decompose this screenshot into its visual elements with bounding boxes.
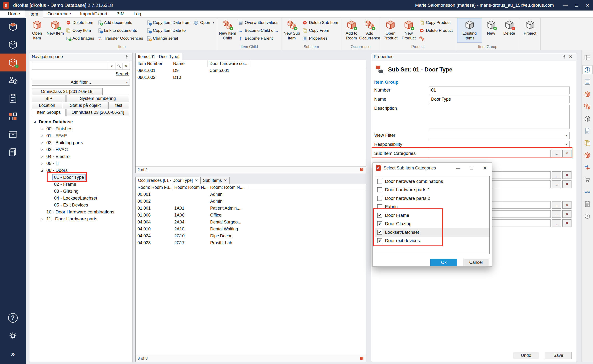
tree-item-demo-database[interactable]: ◢Demo Database: [29, 118, 132, 125]
open-web-button[interactable]: Open▾: [192, 19, 216, 26]
expander-icon[interactable]: ▷: [40, 141, 45, 144]
checkbox[interactable]: [377, 179, 382, 184]
filter-tab-test[interactable]: test: [108, 102, 129, 109]
column-header-item-number[interactable]: Item Number: [136, 60, 171, 67]
copy-item-data-to-button[interactable]: Copy Item Data to: [145, 26, 192, 34]
overwritten-values-button[interactable]: Overwritten values: [237, 19, 280, 26]
description-input[interactable]: [429, 105, 570, 129]
project-button[interactable]: Project: [521, 18, 539, 43]
new-sub-item-button[interactable]: New Sub Item: [283, 18, 301, 43]
add-documents-button[interactable]: Add documents: [96, 19, 145, 26]
expander-icon[interactable]: ▷: [40, 162, 45, 165]
new-item-child-button[interactable]: New Item Child: [218, 18, 237, 43]
sidebar-module-items-icon[interactable]: [0, 53, 26, 72]
close-tab-icon[interactable]: ✕: [195, 178, 198, 182]
sidebar-module-packages-icon[interactable]: [0, 125, 26, 143]
new-item-button[interactable]: New Item: [46, 18, 64, 43]
menu-tab-occurrence[interactable]: Occurrence: [43, 10, 76, 17]
tree-item-08-doors[interactable]: ◢08 - Doors: [29, 167, 132, 174]
copy-item-button[interactable]: Copy Item: [64, 26, 96, 34]
new-product-button[interactable]: New Product: [400, 18, 418, 43]
copy-product-button[interactable]: Copy Product: [418, 19, 454, 26]
sidebar-collapse-sidebar-button[interactable]: »: [0, 345, 26, 363]
strip-cart-button[interactable]: [582, 175, 593, 184]
strip-document-button[interactable]: [582, 126, 593, 135]
ellipsis-button[interactable]: …: [552, 210, 561, 218]
category-option-door-exit-devices[interactable]: ✔Door exit devices: [375, 237, 489, 245]
delete-item-group-button[interactable]: Delete: [500, 18, 518, 43]
ellipsis-button[interactable]: …: [552, 181, 561, 188]
tab-items[interactable]: Items [01 - Door Type]: [135, 53, 182, 60]
sidebar-module-equipment-icon[interactable]: [0, 36, 26, 53]
copy-item-data-from-button[interactable]: Copy Item Data from: [145, 19, 192, 26]
sidebar-module-products-icon[interactable]: [0, 72, 26, 89]
filter-tab-bip[interactable]: BIP: [32, 95, 66, 102]
table-row[interactable]: 00.001Admin: [136, 191, 366, 198]
table-row[interactable]: 0801.001D9Comb.001: [136, 67, 366, 74]
minimize-icon[interactable]: —: [451, 163, 465, 173]
category-option-door-hardware-parts-2[interactable]: Door hardware parts 2: [375, 194, 489, 203]
expander-icon[interactable]: ◢: [40, 169, 45, 172]
checkbox[interactable]: [377, 187, 382, 192]
expander-icon[interactable]: ▷: [40, 155, 45, 158]
pin-icon[interactable]: [561, 54, 567, 60]
ellipsis-button[interactable]: …: [552, 150, 561, 157]
filter-tab-omniclass-23-2010-06-24[interactable]: OmniClass 23 [2010-06-24]: [66, 109, 129, 116]
existing-items-button[interactable]: Existing Items: [457, 18, 482, 43]
menu-tab-bim[interactable]: BIM: [112, 10, 129, 17]
tree-item-01-door-type[interactable]: 01 - Door Type: [29, 174, 132, 181]
close-icon[interactable]: ✕: [478, 163, 492, 173]
minimize-icon[interactable]: —: [560, 0, 571, 11]
clear-button[interactable]: ✕: [562, 171, 572, 179]
menu-tab-home[interactable]: Home: [3, 10, 25, 17]
undo-button[interactable]: Undo: [513, 352, 539, 359]
column-header-room-room-n[interactable]: Room: Room N...: [172, 184, 208, 191]
category-option-door-hardware-combinations[interactable]: Door hardware combinations: [375, 177, 489, 186]
number-input[interactable]: [429, 86, 570, 94]
table-row[interactable]: 04.0242C10Dipc Decon: [136, 233, 366, 240]
view-filter-select[interactable]: ▾: [429, 132, 570, 139]
open-item-button[interactable]: Open Item: [28, 18, 46, 43]
expander-icon[interactable]: ▷: [40, 217, 45, 221]
tree-item-05-exit-devices[interactable]: 05 - Exit Devices: [29, 202, 132, 208]
sidebar-module-documents-icon[interactable]: [0, 89, 26, 107]
tree-item-02-building-parts[interactable]: ▷02 - Building parts: [29, 139, 132, 146]
maximize-icon[interactable]: [465, 163, 478, 173]
add-to-room-button[interactable]: Add to Room: [343, 18, 361, 43]
strip-product-button[interactable]: [582, 114, 593, 123]
tree-item-11-door-hardware-parts[interactable]: ▷11 - Door Hardware parts: [29, 215, 132, 222]
category-option-door-glazing[interactable]: ✔Door Glazing: [375, 220, 489, 228]
change-serial-button[interactable]: Change serial: [145, 34, 192, 42]
menu-tab-item[interactable]: Item: [25, 11, 43, 18]
clear-button[interactable]: ✕: [562, 181, 572, 188]
cancel-button[interactable]: Cancel: [463, 259, 489, 266]
tab-occurrences-01-door-type[interactable]: Occurrences [01 - Door Type]✕: [135, 177, 201, 184]
tree-item-04-lockset-latchset[interactable]: 04 - Lockset/Latchset: [29, 195, 132, 202]
sidebar-help-button[interactable]: ?: [0, 309, 26, 327]
close-icon[interactable]: ✕: [582, 0, 593, 11]
close-panel-icon[interactable]: ✕: [567, 54, 574, 60]
clear-button[interactable]: ✕: [562, 219, 572, 227]
tree-item-01-ff-e[interactable]: ▷01 - FF&E: [29, 132, 132, 139]
table-row[interactable]: 00.002Admin: [136, 198, 366, 205]
strip-clipboard-button[interactable]: [582, 199, 593, 208]
strip-occurrence-button[interactable]: [582, 150, 593, 160]
tree-item-03-hvac[interactable]: ▷03 - HVAC: [29, 146, 132, 153]
checkbox[interactable]: ✔: [377, 221, 382, 226]
search-link[interactable]: Search: [116, 72, 129, 77]
pin-icon[interactable]: [124, 54, 130, 60]
add-occurrence-button[interactable]: Add Occurrence: [361, 18, 379, 43]
strip-transfer-button[interactable]: [582, 163, 593, 172]
strip-copy-button[interactable]: [582, 138, 593, 148]
transfer-occurrences-button[interactable]: Transfer Occurrences: [96, 34, 145, 42]
strip-form-button[interactable]: [582, 78, 593, 86]
expander-icon[interactable]: ◢: [32, 120, 37, 124]
filter-tab-location[interactable]: Location: [32, 102, 62, 109]
table-row[interactable]: 01.0061A06Office: [136, 212, 366, 219]
category-option-door-hardware-parts-1[interactable]: Door hardware parts 1: [375, 186, 489, 194]
copy-from-button[interactable]: Copy From: [301, 26, 340, 34]
tab-sub-items[interactable]: Sub Items✕: [200, 177, 230, 184]
category-option-door-frame[interactable]: ✔Door Frame: [375, 211, 489, 220]
expander-icon[interactable]: ▷: [40, 127, 45, 130]
table-row[interactable]: 04.0282C17Prosth. Lab: [136, 240, 366, 247]
